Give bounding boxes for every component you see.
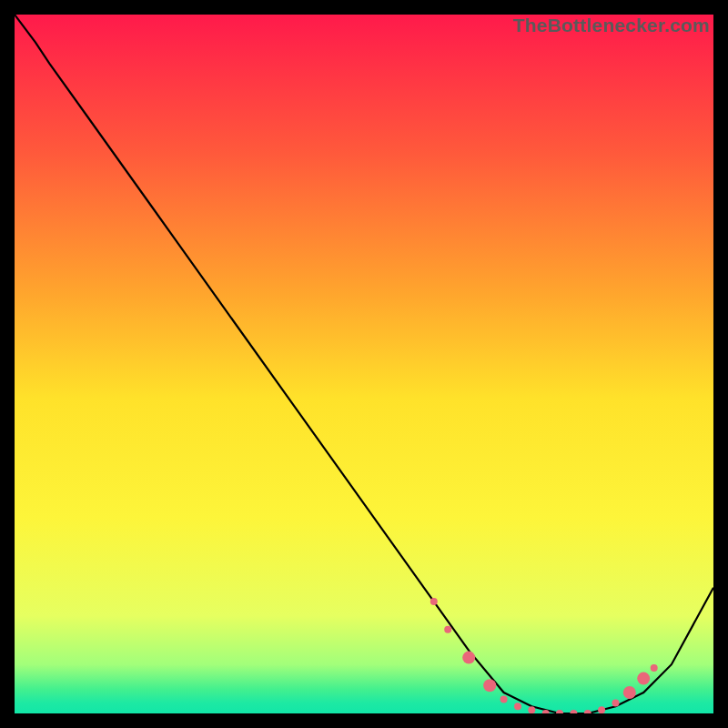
highlight-dot [651, 664, 658, 672]
highlight-dot [637, 672, 650, 685]
highlight-dot [483, 679, 496, 692]
highlight-dot [623, 686, 636, 699]
chart-frame: TheBottlenecker.com [15, 15, 713, 713]
highlight-dot [430, 598, 438, 605]
watermark-text: TheBottlenecker.com [513, 15, 710, 36]
highlight-dot [500, 696, 508, 703]
highlight-dot [598, 706, 605, 713]
highlight-dot [444, 626, 451, 633]
highlight-dot [612, 700, 620, 707]
highlight-dot [528, 706, 535, 713]
gradient-background [15, 15, 713, 713]
highlight-dot [462, 652, 475, 664]
bottleneck-chart [15, 15, 713, 713]
highlight-dot [514, 703, 521, 710]
